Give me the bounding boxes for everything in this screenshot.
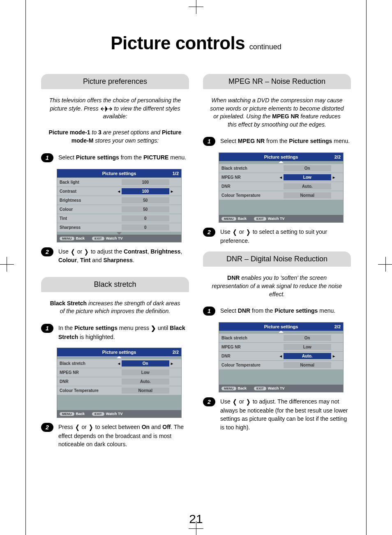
osd-title: Picture settings1/2 [57, 169, 181, 178]
osd-row: Colour50 [57, 205, 181, 214]
step-text: Select Picture settings from the PICTURE… [58, 153, 186, 161]
intro-text: Black Stretch increases the strength of … [47, 300, 183, 316]
osd-row-label: Colour Temperature [221, 193, 274, 198]
osd-row: Back light100 [57, 178, 181, 187]
crop-mark-icon [0, 257, 14, 272]
osd-picture-settings-3: Picture settings2/2Black stretchOnMPEG N… [219, 152, 344, 223]
osd-footer: MENUBackEXITWatch TV [219, 385, 343, 392]
picture-select-key-icon [100, 106, 113, 112]
step-text: Use ❬ or ❭ to select a setting to suit y… [220, 228, 351, 245]
osd-row: Brightness50 [57, 196, 181, 205]
osd-picture-settings-4: Picture settings2/2Black stretchOnMPEG N… [219, 322, 344, 392]
intro-text: DNR enables you to 'soften' the screen r… [209, 274, 345, 298]
osd-row: Colour TemperatureNormal [57, 386, 181, 395]
step-badge-1: 1 [41, 153, 53, 162]
osd-footer: MENUBackEXITWatch TV [57, 410, 181, 417]
step-badge-2: 2 [41, 247, 53, 256]
osd-row: Colour TemperatureNormal [219, 191, 343, 200]
right-arrow-icon: ▸ [331, 175, 341, 180]
section-header-black-stretch: Black stretch [41, 277, 189, 292]
osd-title: Picture settings2/2 [219, 323, 343, 331]
osd-row-label: DNR [221, 184, 274, 189]
intro-text: This television offers the choice of per… [47, 97, 183, 145]
crop-mark-icon [378, 257, 392, 272]
osd-row-value: Low [284, 344, 331, 350]
osd-footer: MENUBackEXITWatch TV [57, 235, 181, 242]
page-title-sub: continued [249, 43, 281, 51]
osd-row-value: Normal [284, 362, 331, 368]
osd-row-value: Auto. [284, 183, 331, 189]
menu-pill: MENU [221, 387, 236, 390]
step-badge-1: 1 [41, 324, 53, 333]
osd-picture-settings-2: Picture settings2/2Black stretch◂On▸MPEG… [57, 348, 182, 418]
osd-row: Tint0 [57, 214, 181, 223]
page-number: 21 [0, 512, 392, 526]
section-header-mpeg-nr: MPEG NR – Noise Reduction [203, 74, 351, 89]
exit-pill: EXIT [254, 217, 266, 221]
osd-row: Black stretchOn [219, 164, 343, 173]
osd-row: DNRAuto. [219, 182, 343, 191]
osd-row-label: Contrast [60, 189, 112, 194]
osd-row-value: 100 [122, 188, 169, 194]
step-badge-1: 1 [203, 137, 215, 146]
osd-row-value: Auto. [122, 378, 169, 385]
page-title-main: Picture controls [111, 33, 245, 53]
osd-row-label: Colour [60, 207, 112, 212]
osd-row: Black stretch◂On▸ [57, 359, 181, 368]
osd-row-label: MPEG NR [221, 345, 274, 349]
osd-row-value: 0 [122, 215, 169, 221]
osd-row: Sharpness0 [57, 223, 181, 232]
step-text: Use ❬ or ❭ to adjust. The differences ma… [220, 397, 351, 431]
osd-row-label: Brightness [60, 198, 112, 203]
osd-footer: MENUBackEXITWatch TV [219, 215, 343, 222]
osd-title: Picture settings2/2 [57, 348, 181, 356]
exit-pill: EXIT [92, 412, 104, 416]
osd-row-value: Normal [122, 387, 169, 394]
step-text: Select DNR from the Picture settings men… [220, 307, 335, 315]
menu-pill: MENU [221, 217, 236, 221]
page-title: Picture controls continued [41, 33, 351, 53]
osd-row-label: Black stretch [60, 361, 112, 366]
section-header-dnr: DNR – Digital Noise Reduction [203, 251, 351, 267]
exit-pill: EXIT [254, 387, 266, 390]
osd-row-label: DNR [60, 379, 112, 384]
menu-pill: MENU [60, 237, 74, 240]
right-arrow-icon: ▸ [169, 189, 179, 194]
exit-pill: EXIT [92, 237, 104, 240]
osd-row-label: Sharpness [60, 225, 112, 230]
osd-row-label: DNR [221, 354, 274, 358]
osd-row-label: MPEG NR [221, 175, 274, 180]
osd-row-value: 50 [122, 206, 169, 212]
right-arrow-icon: ▸ [169, 361, 179, 366]
osd-row-value: 50 [122, 197, 169, 203]
section-header-picture-preferences: Picture preferences [41, 74, 189, 89]
left-arrow-icon: ◂ [274, 354, 284, 358]
step-badge-2: 2 [203, 397, 215, 406]
osd-row-value: Auto. [284, 353, 331, 359]
left-arrow-icon: ◂ [112, 189, 122, 194]
step-text: Select MPEG NR from the Picture settings… [220, 137, 350, 145]
arrow-down-icon [117, 232, 122, 235]
intro-text: When watching a DVD the compression may … [209, 97, 345, 129]
osd-row-value: Low [284, 174, 331, 180]
osd-row-label: Tint [60, 216, 112, 221]
osd-row-label: Colour Temperature [221, 363, 274, 367]
osd-row: MPEG NRLow [219, 343, 343, 351]
osd-row-label: MPEG NR [60, 370, 112, 375]
osd-row-value: 0 [122, 224, 169, 231]
osd-row: DNRAuto. [57, 377, 181, 386]
step-badge-2: 2 [41, 423, 53, 432]
right-arrow-icon: ▸ [331, 354, 341, 358]
osd-row-value: 100 [122, 179, 169, 185]
osd-row: MPEG NR◂Low▸ [219, 173, 343, 182]
osd-row-value: Normal [284, 192, 331, 198]
osd-row-label: Black stretch [221, 336, 274, 340]
step-text: Press ❬ or ❭ to select between On and Of… [58, 423, 189, 448]
step-text: In the Picture settings menu press ❯ unt… [58, 324, 189, 341]
osd-row-value: Low [122, 369, 169, 376]
osd-row: Contrast◂100▸ [57, 187, 181, 196]
osd-row: MPEG NRLow [57, 368, 181, 377]
osd-row: Black stretchOn [219, 334, 343, 342]
osd-row-label: Back light [60, 180, 112, 184]
osd-row-value: On [284, 165, 331, 171]
